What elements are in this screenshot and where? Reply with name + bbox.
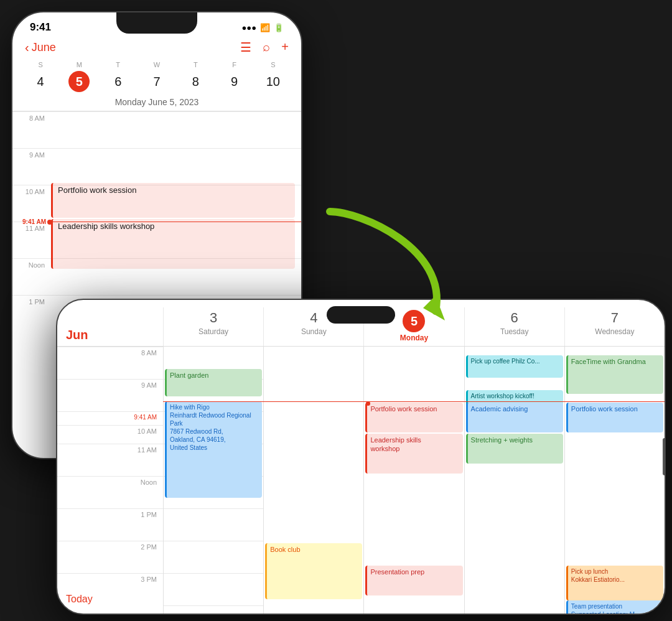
time-row-8am: 8 AM — [12, 111, 301, 148]
time-dot — [47, 220, 52, 225]
event-label: Artist workshop kickoff! — [471, 393, 534, 399]
event-portfolio-wed[interactable]: Portfolio work session — [566, 403, 663, 432]
col-sunday: Book club — [263, 347, 363, 614]
event-book-club[interactable]: Book club — [265, 543, 362, 599]
day-columns: Plant garden Hike with RigoReinhardt Red… — [163, 347, 665, 614]
col-wednesday: FaceTime with Grandma Portfolio work ses… — [564, 347, 665, 614]
today-button[interactable]: Today — [66, 594, 93, 605]
col-tuesday: Pick up coffee Philz Co... Artist worksh… — [464, 347, 564, 614]
current-time-landscape-line — [163, 401, 665, 402]
col-saturday: Plant garden Hike with RigoReinhardt Red… — [163, 347, 263, 614]
event-label: Hike with RigoReinhardt Redwood Regional… — [170, 404, 251, 451]
notch — [116, 12, 197, 34]
day-wed[interactable]: W 7 — [138, 58, 176, 95]
event-facetime[interactable]: FaceTime with Grandma — [566, 355, 663, 394]
back-month-label: June — [32, 41, 56, 54]
svg-marker-0 — [423, 296, 445, 320]
times-column: 8 AM 9 AM 9:41 AM 10 AM 11 AM Noon 1 PM … — [57, 347, 163, 614]
event-pickup-coffee[interactable]: Pick up coffee Philz Co... — [466, 355, 563, 378]
event-label: Pick up lunchKokkari Estiatorio... — [571, 568, 625, 583]
day-fri[interactable]: F 9 — [215, 58, 253, 95]
event-pickup-lunch[interactable]: Pick up lunchKokkari Estiatorio... — [566, 566, 663, 600]
event-academic-advising[interactable]: Academic advising — [466, 403, 563, 432]
event-leadership-portrait[interactable]: Leadership skills workshop — [51, 219, 295, 269]
header-icons: ☰ ⌕ + — [240, 40, 289, 55]
day-sat[interactable]: S 10 — [254, 58, 292, 95]
current-time-line: 9:41 AM — [12, 218, 301, 225]
wifi-icon: 📶 — [260, 23, 270, 32]
back-button[interactable]: ‹ June — [25, 40, 56, 55]
event-label: FaceTime with Grandma — [571, 358, 646, 365]
event-label: Portfolio work session — [370, 405, 437, 413]
month-label: Jun — [57, 307, 163, 346]
back-chevron-icon: ‹ — [25, 40, 29, 55]
event-label: Presentation prep — [370, 568, 424, 576]
time-row-9am: 9 AM — [12, 148, 301, 185]
week-strip: S 4 M 5 T 6 W 7 T 8 F 9 S 10 — [12, 58, 301, 95]
event-label: Leadership skillsworkshop — [370, 436, 421, 452]
landscape-grid: 8 AM 9 AM 9:41 AM 10 AM 11 AM Noon 1 PM … — [57, 347, 665, 614]
current-time-label: 9:41 AM — [12, 218, 49, 225]
search-icon[interactable]: ⌕ — [263, 40, 270, 55]
day-tue[interactable]: T 6 — [99, 58, 138, 95]
battery-icon: 🔋 — [274, 23, 284, 32]
event-label: Portfolio work session — [571, 405, 638, 413]
event-label: Stretching + weights — [471, 436, 533, 444]
phone-landscape: Jun 3 Saturday 4 Sunday 5 Monday 6 Tuesd… — [56, 299, 666, 615]
status-time: 9:41 — [30, 21, 51, 34]
dynamic-island — [327, 306, 395, 324]
landscape-calendar: Jun 3 Saturday 4 Sunday 5 Monday 6 Tuesd… — [57, 300, 665, 614]
event-portfolio-portrait[interactable]: Portfolio work session — [51, 183, 295, 218]
list-icon[interactable]: ☰ — [240, 40, 251, 55]
event-presentation-prep[interactable]: Presentation prep — [365, 566, 462, 595]
signal-icon: ●●● — [241, 23, 256, 32]
event-leadership-mon[interactable]: Leadership skillsworkshop — [365, 434, 462, 474]
event-label: Team presentationSuggested Location: M..… — [571, 603, 640, 614]
day-col-wed[interactable]: 7 Wednesday — [564, 307, 665, 346]
event-label: Academic advising — [471, 405, 528, 413]
event-stretching[interactable]: Stretching + weights — [466, 434, 563, 464]
day-col-sat[interactable]: 3 Saturday — [163, 307, 263, 346]
event-hike-rigo[interactable]: Hike with RigoReinhardt Redwood Regional… — [165, 401, 262, 498]
day-thu[interactable]: T 8 — [176, 58, 215, 95]
add-icon[interactable]: + — [281, 40, 289, 55]
day-sun[interactable]: S 4 — [21, 58, 60, 95]
event-portfolio-mon[interactable]: Portfolio work session — [365, 403, 462, 432]
event-label: Pick up coffee Philz Co... — [471, 358, 540, 365]
date-label: Monday June 5, 2023 — [12, 95, 301, 111]
day-mon[interactable]: M 5 — [60, 58, 98, 95]
event-label: Book club — [270, 546, 300, 553]
day-col-tue[interactable]: 6 Tuesday — [464, 307, 564, 346]
event-team-presentation[interactable]: Team presentationSuggested Location: M..… — [566, 600, 663, 614]
event-label: Plant garden — [170, 371, 208, 379]
event-plant-garden[interactable]: Plant garden — [165, 369, 262, 396]
status-icons: ●●● 📶 🔋 — [241, 23, 284, 32]
time-line — [49, 222, 301, 222]
col-monday: Portfolio work session Leadership skills… — [363, 347, 464, 614]
calendar-header: ‹ June ☰ ⌕ + — [12, 36, 301, 58]
